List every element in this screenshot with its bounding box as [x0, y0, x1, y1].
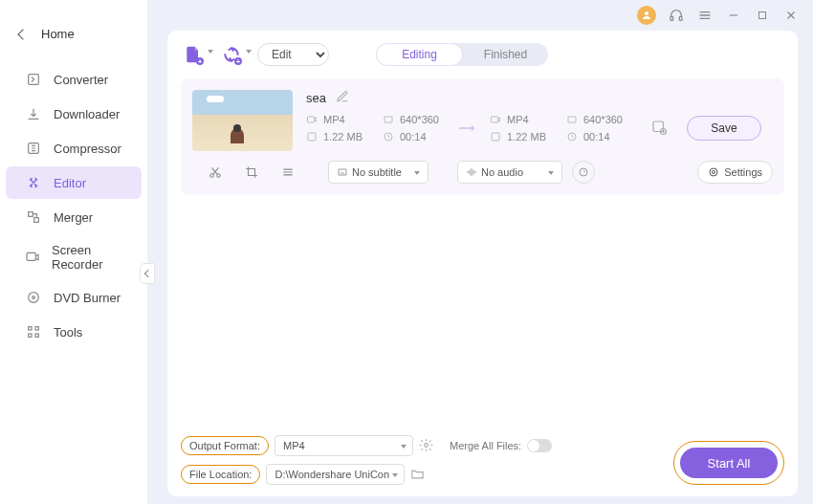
open-folder-icon[interactable] — [410, 467, 426, 482]
svg-rect-19 — [492, 117, 498, 122]
downloader-icon — [25, 105, 42, 122]
video-format-icon — [306, 114, 318, 125]
tab-finished[interactable]: Finished — [463, 43, 548, 66]
output-format-select[interactable]: MP4 — [275, 435, 413, 456]
svg-point-6 — [33, 296, 35, 299]
sidebar-item-merger[interactable]: Merger — [6, 201, 142, 233]
add-url-button[interactable]: + — [219, 42, 244, 67]
home-label: Home — [41, 27, 75, 41]
sidebar-item-converter[interactable]: Converter — [6, 63, 142, 96]
sidebar-item-compressor[interactable]: Compressor — [6, 132, 142, 164]
subtitle-select[interactable]: No subtitle — [328, 161, 428, 184]
duration-icon — [566, 131, 578, 142]
svg-point-27 — [580, 168, 587, 176]
output-format-label: Output Format: — [181, 436, 269, 455]
chevron-down-icon — [208, 50, 213, 54]
chevron-down-icon — [246, 50, 252, 54]
file-size-icon — [306, 131, 318, 142]
merge-toggle[interactable] — [527, 439, 552, 452]
edit-action-select[interactable]: Edit — [257, 43, 329, 66]
save-button[interactable]: Save — [687, 116, 761, 141]
output-settings-icon[interactable] — [419, 438, 434, 453]
start-all-button[interactable]: Start All — [680, 448, 778, 478]
sidebar-item-editor[interactable]: Editor — [6, 166, 142, 199]
svg-rect-21 — [568, 117, 576, 122]
main-area: + + Edit Editing Finished sea — [148, 0, 813, 504]
svg-rect-2 — [29, 212, 33, 217]
file-size-icon — [490, 131, 501, 142]
svg-point-28 — [713, 171, 715, 174]
menu-icon[interactable] — [696, 7, 714, 24]
duration-icon — [383, 131, 394, 142]
nav-label: Converter — [54, 73, 108, 87]
output-settings-icon[interactable] — [650, 119, 670, 138]
titlebar — [148, 0, 813, 31]
compressor-icon — [25, 140, 42, 157]
audio-select[interactable]: No audio — [457, 161, 562, 184]
close-icon[interactable] — [782, 7, 800, 24]
arrow-right-icon — [459, 122, 480, 134]
svg-rect-3 — [34, 218, 39, 223]
status-tabs: Editing Finished — [376, 43, 548, 66]
nav-label: Screen Recorder — [52, 243, 122, 272]
cut-icon[interactable] — [204, 161, 227, 184]
user-avatar-icon[interactable] — [637, 6, 656, 25]
footer: Output Format: MP4 Merge All Files: File… — [181, 426, 784, 485]
recorder-icon — [25, 249, 40, 266]
chevron-left-icon — [17, 29, 28, 39]
file-location-select[interactable]: D:\Wondershare UniConverter 1 — [266, 464, 405, 485]
home-nav[interactable]: Home — [0, 19, 147, 49]
sidebar-item-screen-recorder[interactable]: Screen Recorder — [6, 235, 142, 279]
headset-icon[interactable] — [668, 7, 685, 24]
merger-icon — [25, 208, 42, 226]
file-location-label: File Location: — [181, 465, 260, 484]
svg-rect-9 — [29, 334, 32, 337]
file-name: sea — [306, 91, 326, 105]
nav-label: Tools — [54, 325, 82, 340]
tools-icon — [25, 323, 42, 340]
video-format-icon — [490, 114, 501, 125]
svg-rect-16 — [308, 133, 316, 141]
nav-label: DVD Burner — [54, 291, 121, 305]
sidebar-item-dvd-burner[interactable]: DVD Burner — [6, 281, 142, 314]
svg-rect-15 — [308, 117, 315, 122]
crop-icon[interactable] — [240, 161, 263, 184]
svg-point-30 — [425, 444, 428, 448]
svg-rect-17 — [385, 117, 392, 122]
list-icon[interactable] — [276, 161, 299, 184]
add-file-button[interactable]: + — [181, 42, 206, 67]
minimize-icon[interactable] — [725, 7, 742, 24]
svg-rect-10 — [35, 334, 38, 337]
merge-label: Merge All Files: — [450, 440, 521, 451]
sidebar-item-downloader[interactable]: Downloader — [6, 98, 142, 130]
settings-button[interactable]: Settings — [697, 161, 773, 184]
svg-rect-8 — [35, 327, 38, 330]
resolution-icon — [566, 114, 578, 125]
maximize-icon[interactable] — [754, 7, 771, 24]
nav-label: Downloader — [54, 107, 120, 121]
content-toolbar: + + Edit Editing Finished — [181, 42, 784, 67]
tab-editing[interactable]: Editing — [376, 43, 463, 66]
svg-point-11 — [645, 11, 648, 15]
resolution-icon — [383, 114, 394, 125]
rename-icon[interactable] — [336, 90, 349, 106]
video-thumbnail[interactable] — [192, 90, 293, 151]
svg-rect-14 — [759, 12, 766, 19]
svg-rect-13 — [679, 16, 682, 20]
speed-icon[interactable] — [572, 161, 595, 184]
svg-rect-23 — [653, 121, 664, 132]
sidebar: Home Converter Downloader Compressor Edi… — [0, 0, 148, 504]
file-card: sea MP4 1.22 MB 640*360 00:14 — [181, 78, 784, 195]
sidebar-item-tools[interactable]: Tools — [6, 316, 142, 348]
svg-point-5 — [29, 293, 39, 303]
start-highlight: Start All — [673, 441, 784, 485]
nav-label: Merger — [54, 210, 93, 225]
dvd-icon — [25, 289, 42, 306]
svg-rect-20 — [492, 133, 499, 141]
editor-icon — [25, 174, 42, 191]
svg-rect-7 — [29, 327, 32, 330]
file-name-row: sea — [306, 90, 773, 106]
svg-point-29 — [710, 168, 717, 176]
content-panel: + + Edit Editing Finished sea — [167, 31, 798, 496]
svg-rect-4 — [27, 252, 35, 260]
